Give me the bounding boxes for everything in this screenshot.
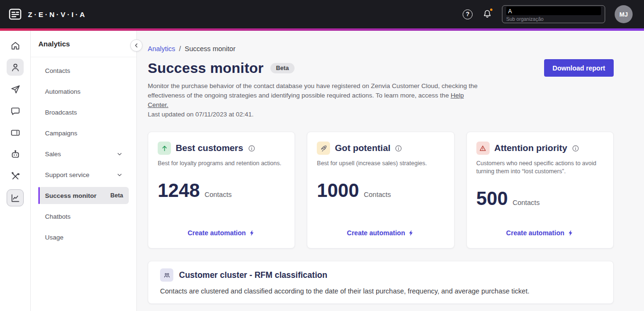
- cluster-title: Customer cluster - RFM classification: [179, 270, 327, 280]
- lightning-icon: [408, 230, 414, 236]
- main-content: Analytics / Success monitor Success moni…: [137, 31, 644, 311]
- info-icon[interactable]: [395, 145, 402, 152]
- download-report-button[interactable]: Download report: [544, 59, 614, 77]
- sidebar-item-sales[interactable]: Sales: [38, 145, 129, 162]
- sub-organization-label: Sub organização: [506, 16, 601, 22]
- sidebar-item-chatbots[interactable]: Chatbots: [38, 208, 129, 225]
- breadcrumb-analytics-link[interactable]: Analytics: [148, 45, 175, 53]
- count-unit: Contacts: [364, 191, 391, 198]
- zenvia-logo-icon: [8, 7, 23, 22]
- sidebar-item-success-monitor[interactable]: Success monitor Beta: [38, 187, 129, 204]
- sidebar-item-usage[interactable]: Usage: [38, 229, 129, 246]
- page-title: Success monitor: [148, 60, 264, 76]
- beta-badge: Beta: [110, 192, 123, 199]
- breadcrumb-current: Success monitor: [185, 45, 235, 53]
- sidebar-collapse-button[interactable]: [130, 39, 143, 52]
- card-title: Best customers: [176, 143, 243, 153]
- topbar: Z·E·N·V·I·A ? A Sub organização MJ: [0, 0, 644, 28]
- organization-selector[interactable]: A Sub organização: [502, 5, 605, 23]
- arrow-up-icon: [158, 142, 171, 155]
- avatar[interactable]: MJ: [615, 5, 633, 23]
- sidebar-item-contacts[interactable]: Contacts: [38, 62, 129, 79]
- create-automation-link[interactable]: Create automation: [347, 229, 415, 237]
- card-title: Attention priority: [494, 143, 567, 153]
- count-unit: Contacts: [512, 199, 539, 206]
- notification-dot: [489, 8, 493, 12]
- beta-badge: Beta: [270, 63, 295, 73]
- icon-rail: [0, 31, 31, 311]
- tickets-icon[interactable]: [7, 124, 24, 141]
- conversations-chat-icon[interactable]: [7, 102, 24, 119]
- customer-cluster-card: Customer cluster - RFM classification Co…: [148, 261, 614, 304]
- info-icon[interactable]: [248, 145, 255, 152]
- help-icon[interactable]: ?: [463, 9, 473, 19]
- contacts-icon[interactable]: [7, 59, 24, 76]
- sidebar-item-support-service[interactable]: Support service: [38, 166, 129, 183]
- home-icon[interactable]: [7, 37, 24, 54]
- best-customers-card: Best customers Best for loyalty programs…: [148, 132, 295, 249]
- sidebar: Analytics Contacts Automations Broadcast…: [31, 31, 137, 311]
- contact-count: 1000: [317, 180, 359, 201]
- info-icon[interactable]: [572, 145, 579, 152]
- segment-cards: Best customers Best for loyalty programs…: [148, 132, 614, 249]
- sidebar-item-campaigns[interactable]: Campaigns: [38, 124, 129, 142]
- people-group-icon: [160, 268, 173, 282]
- attention-priority-card: Attention priority Customers who need sp…: [466, 132, 614, 249]
- create-automation-link[interactable]: Create automation: [188, 229, 255, 237]
- organization-name-redacted: A: [506, 7, 601, 15]
- chatbot-icon[interactable]: [7, 146, 24, 163]
- brand-name: Z·E·N·V·I·A: [28, 10, 87, 18]
- contact-count: 500: [476, 188, 508, 209]
- sidebar-item-broadcasts[interactable]: Broadcasts: [38, 104, 129, 121]
- analytics-icon[interactable]: [7, 189, 24, 206]
- card-description: Best for upsell (increase sales) strateg…: [317, 160, 444, 168]
- got-potential-card: Got potential Best for upsell (increase …: [307, 132, 454, 249]
- contact-count: 1248: [158, 180, 200, 201]
- create-automation-link[interactable]: Create automation: [506, 229, 574, 237]
- card-description: Customers who need specific actions to a…: [476, 160, 604, 176]
- last-updated: Last updated on 07/11/2023 at 02:41.: [148, 111, 253, 118]
- chevron-down-icon: [116, 171, 123, 178]
- count-unit: Contacts: [205, 191, 232, 198]
- card-title: Got potential: [335, 143, 390, 153]
- page-description: Monitor the purchase behavior of the con…: [148, 81, 485, 119]
- cluster-description: Contacts are clustered and classified ac…: [160, 287, 601, 295]
- card-description: Best for loyalty programs and retention …: [158, 160, 285, 168]
- brand: Z·E·N·V·I·A: [8, 7, 87, 22]
- tools-icon[interactable]: [7, 168, 24, 185]
- lightning-icon: [249, 230, 255, 236]
- notifications-bell-icon[interactable]: [482, 9, 492, 19]
- breadcrumb: Analytics / Success monitor: [148, 45, 614, 53]
- sidebar-title: Analytics: [31, 31, 136, 57]
- sidebar-item-automations[interactable]: Automations: [38, 83, 129, 100]
- broadcasts-send-icon[interactable]: [7, 80, 24, 98]
- lightning-icon: [567, 230, 574, 236]
- breadcrumb-separator: /: [179, 45, 181, 53]
- rocket-icon: [317, 142, 330, 155]
- warning-icon: [476, 142, 490, 155]
- chevron-down-icon: [116, 151, 123, 158]
